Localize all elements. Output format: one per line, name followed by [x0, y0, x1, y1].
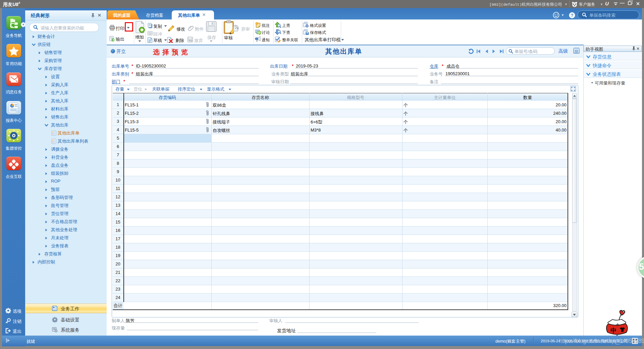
- svg-text:?: ?: [571, 13, 574, 18]
- svg-text:中: 中: [610, 327, 616, 334]
